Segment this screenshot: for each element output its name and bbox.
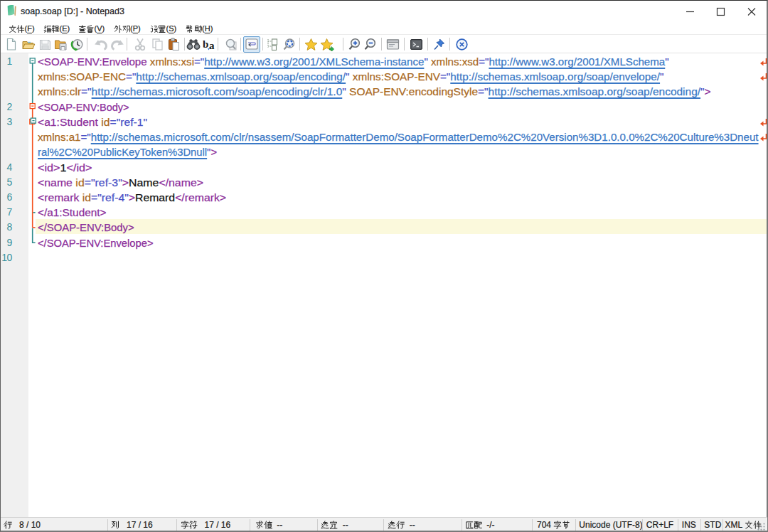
svg-text:b: b xyxy=(203,38,208,50)
svg-text:a: a xyxy=(209,40,215,51)
